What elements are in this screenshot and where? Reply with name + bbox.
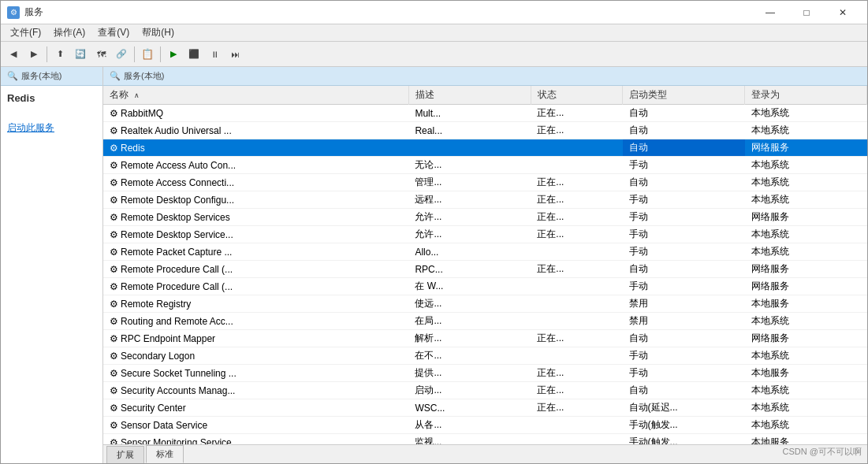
cell-3: 禁用 <box>623 313 745 330</box>
right-panel: 🔍 服务(本地) 名称 ∧ 描述 状态 启动类型 <box>103 67 867 463</box>
service-row-icon: ⚙ <box>110 385 118 396</box>
right-header-label: 服务(本地) <box>124 70 164 82</box>
minimize-button[interactable]: — <box>752 1 788 24</box>
table-row[interactable]: ⚙Secure Socket Tunneling ...提供...正在...手动… <box>103 365 867 382</box>
menu-action[interactable]: 操作(A) <box>47 25 91 41</box>
toolbar-sep1 <box>47 46 47 62</box>
table-row[interactable]: ⚙Remote Desktop Service...允许...正在...手动本地… <box>103 226 867 243</box>
cell-1: 使远... <box>408 295 531 313</box>
services-table-container[interactable]: 名称 ∧ 描述 状态 启动类型 登录为 ⚙RabbitMQMult...正在..… <box>103 86 867 444</box>
left-panel: 🔍 服务(本地) Redis 启动此服务 <box>1 67 103 463</box>
toolbar-restart[interactable]: ⏭ <box>225 45 244 64</box>
cell-0: ⚙Realtek Audio Universal ... <box>103 122 408 139</box>
table-row[interactable]: ⚙Sensor Data Service从各...手动(触发...本地系统 <box>103 417 867 434</box>
toolbar-connect[interactable]: 🔗 <box>112 45 131 64</box>
cell-4: 网络服务 <box>745 278 867 295</box>
cell-4: 本地系统 <box>745 313 867 330</box>
cell-4: 本地系统 <box>745 347 867 365</box>
cell-0: ⚙Security Accounts Manag... <box>103 382 408 399</box>
table-row[interactable]: ⚙Remote Registry使远...禁用本地服务 <box>103 295 867 313</box>
menu-help[interactable]: 帮助(H) <box>136 25 181 41</box>
tab-expand[interactable]: 扩展 <box>106 446 144 463</box>
col-header-login[interactable]: 登录为 <box>745 86 867 105</box>
table-row[interactable]: ⚙Routing and Remote Acc...在局...禁用本地系统 <box>103 313 867 330</box>
cell-3: 自动 <box>623 105 745 122</box>
cell-2: 正在... <box>531 261 622 278</box>
cell-3: 自动 <box>623 174 745 191</box>
maximize-button[interactable]: □ <box>788 1 825 24</box>
col-header-name[interactable]: 名称 ∧ <box>103 86 408 105</box>
table-row[interactable]: ⚙Redis自动网络服务 <box>103 139 867 157</box>
table-row[interactable]: ⚙Remote Access Connecti...管理...正在...自动本地… <box>103 174 867 191</box>
menu-view[interactable]: 查看(V) <box>91 25 136 41</box>
table-row[interactable]: ⚙Remote Procedure Call (...RPC...正在...自动… <box>103 261 867 278</box>
service-row-icon: ⚙ <box>110 212 118 223</box>
toolbar-props[interactable]: 📋 <box>138 45 157 64</box>
table-row[interactable]: ⚙Security CenterWSC...正在...自动(延迟...本地系统 <box>103 399 867 417</box>
service-row-icon: ⚙ <box>110 143 118 154</box>
table-row[interactable]: ⚙Realtek Audio Universal ...Real...正在...… <box>103 122 867 139</box>
app-icon: ⚙ <box>7 6 20 19</box>
col-header-status[interactable]: 状态 <box>531 86 622 105</box>
service-row-icon: ⚙ <box>110 229 118 240</box>
service-row-icon: ⚙ <box>110 125 118 136</box>
bottom-tabs: 扩展 标准 <box>103 444 867 463</box>
cell-2: 正在... <box>531 191 622 209</box>
cell-0: ⚙Remote Access Connecti... <box>103 174 408 191</box>
table-row[interactable]: ⚙RPC Endpoint Mapper解析...正在...自动网络服务 <box>103 330 867 347</box>
cell-2: 正在... <box>531 382 622 399</box>
table-row[interactable]: ⚙Security Accounts Manag...启动...正在...自动本… <box>103 382 867 399</box>
cell-1: 允许... <box>408 209 531 226</box>
table-row[interactable]: ⚙Sensor Monitoring Service监视...手动(触发...本… <box>103 434 867 445</box>
cell-3: 手动(触发... <box>623 417 745 434</box>
cell-1: 远程... <box>408 191 531 209</box>
cell-2 <box>531 157 622 174</box>
main-window: ⚙ 服务 — □ ✕ 文件(F) 操作(A) 查看(V) 帮助(H) ◀ ▶ ⬆… <box>0 0 868 464</box>
cell-1: 解析... <box>408 330 531 347</box>
table-row[interactable]: ⚙Remote Access Auto Con...无论...手动本地系统 <box>103 157 867 174</box>
service-name: Redis <box>7 92 96 104</box>
cell-0: ⚙Sensor Monitoring Service <box>103 434 408 445</box>
menu-file[interactable]: 文件(F) <box>4 25 47 41</box>
table-row[interactable]: ⚙Remote Desktop Configu...远程...正在...手动本地… <box>103 191 867 209</box>
cell-2: 正在... <box>531 105 622 122</box>
table-row[interactable]: ⚙Remote Procedure Call (...在 W...手动网络服务 <box>103 278 867 295</box>
service-row-icon: ⚙ <box>110 351 118 362</box>
cell-3: 自动 <box>623 330 745 347</box>
cell-0: ⚙Remote Procedure Call (... <box>103 278 408 295</box>
cell-4: 本地系统 <box>745 157 867 174</box>
toolbar-start[interactable]: ▶ <box>164 45 183 64</box>
table-row[interactable]: ⚙Remote Desktop Services允许...正在...手动网络服务 <box>103 209 867 226</box>
toolbar-map[interactable]: 🗺 <box>91 45 110 64</box>
left-nav-header: 🔍 服务(本地) <box>1 67 102 86</box>
tab-standard[interactable]: 标准 <box>146 445 184 463</box>
toolbar-pause[interactable]: ⏸ <box>205 45 224 64</box>
cell-1 <box>408 139 531 157</box>
toolbar-stop[interactable]: ⬛ <box>184 45 203 64</box>
table-header-row: 名称 ∧ 描述 状态 启动类型 登录为 <box>103 86 867 105</box>
cell-4: 网络服务 <box>745 261 867 278</box>
col-header-start[interactable]: 启动类型 <box>623 86 745 105</box>
toolbar-forward[interactable]: ▶ <box>24 45 43 64</box>
cell-2: 正在... <box>531 209 622 226</box>
col-header-desc[interactable]: 描述 <box>408 86 531 105</box>
table-row[interactable]: ⚙Secondary Logon在不...手动本地系统 <box>103 347 867 365</box>
start-service-link[interactable]: 启动此服务 <box>7 122 54 133</box>
toolbar-back[interactable]: ◀ <box>4 45 23 64</box>
cell-2 <box>531 417 622 434</box>
cell-1: 监视... <box>408 434 531 445</box>
toolbar-refresh[interactable]: 🔄 <box>71 45 90 64</box>
cell-0: ⚙Remote Registry <box>103 295 408 313</box>
search-icon-right: 🔍 <box>110 71 121 81</box>
cell-0: ⚙Remote Desktop Configu... <box>103 191 408 209</box>
cell-4: 本地系统 <box>745 174 867 191</box>
cell-3: 自动 <box>623 122 745 139</box>
table-row[interactable]: ⚙RabbitMQMult...正在...自动本地系统 <box>103 105 867 122</box>
cell-2: 正在... <box>531 174 622 191</box>
table-row[interactable]: ⚙Remote Packet Capture ...Allo...手动本地系统 <box>103 243 867 261</box>
service-row-icon: ⚙ <box>110 108 118 119</box>
cell-2: 正在... <box>531 226 622 243</box>
close-button[interactable]: ✕ <box>825 1 861 24</box>
cell-4: 本地系统 <box>745 226 867 243</box>
toolbar-up[interactable]: ⬆ <box>50 45 69 64</box>
